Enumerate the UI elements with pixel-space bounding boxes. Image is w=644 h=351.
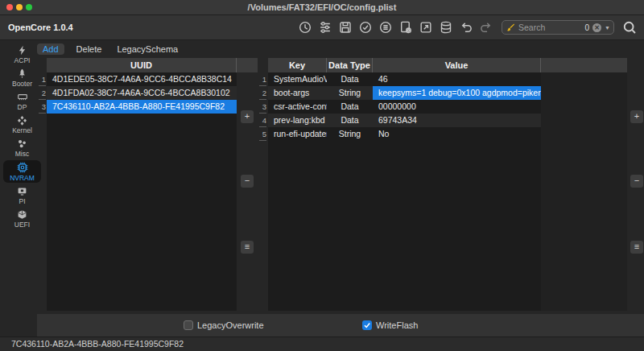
datatype-column-header[interactable]: Data Type (327, 58, 373, 72)
sidebar-item-label: NVRAM (10, 174, 35, 182)
uuid-add-row-button[interactable]: + (241, 110, 254, 123)
sidebar-item-label: ACPI (14, 56, 31, 64)
diamonds-icon (17, 115, 27, 126)
kv-header-filler (541, 58, 627, 72)
chip-icon (17, 162, 28, 173)
sidebar-item-booter[interactable]: Booter (3, 67, 41, 89)
kv-row-number[interactable]: 1 (257, 72, 266, 86)
datatype-cell[interactable]: String (327, 127, 373, 141)
datatype-cell[interactable]: Data (327, 114, 373, 127)
uuid-row-number[interactable]: 1 (36, 72, 46, 86)
document-gear-icon[interactable] (398, 20, 413, 35)
uuid-row-number[interactable]: 3 (36, 100, 46, 114)
status-selected-uuid: 7C436110-AB2A-4BBB-A880-FE41995C9F82 (11, 337, 184, 351)
kv-table-row[interactable]: run-efi-updater String No (268, 127, 541, 141)
legacy-overwrite-group: LegacyOverwrite (184, 320, 264, 330)
sidebar-item-dp[interactable]: DP (3, 90, 41, 113)
kv-row-number[interactable]: 3 (257, 100, 266, 114)
kv-table-empty-area (541, 72, 627, 311)
value-cell-selected[interactable]: keepsyms=1 debug=0x100 agdpmod=pikera -w… (373, 86, 541, 100)
search-options-caret-icon[interactable]: ▼ (605, 25, 610, 31)
kv-row-number[interactable]: 4 (257, 114, 266, 127)
uuid-value[interactable]: 4D1FDA02-38C7-4A6A-9CC6-4BCCA8B30102 (47, 86, 237, 100)
database-icon[interactable] (438, 20, 453, 35)
kv-row-number[interactable]: 2 (257, 86, 266, 100)
value-column-header[interactable]: Value (373, 58, 541, 72)
kv-table-row[interactable]: boot-args String keepsyms=1 debug=0x100 … (268, 86, 541, 100)
kv-table-body: SystemAudioVolume Data 46 boot-args Stri… (268, 72, 541, 311)
write-flash-checkbox[interactable] (362, 320, 372, 330)
uuid-table-body: 4D1EDE05-38C7-4A6A-9CC6-4BCCA8B38C14 4D1… (47, 72, 237, 311)
tab-delete[interactable]: Delete (73, 43, 105, 55)
sidebar-item-acpi[interactable]: ACPI (3, 43, 41, 66)
kv-reorder-button[interactable]: ≡ (630, 241, 643, 254)
kv-table-row[interactable]: prev-lang:kbd Data 69743A34 (268, 114, 541, 127)
clear-search-icon[interactable]: ✕ (592, 23, 601, 32)
key-cell[interactable]: prev-lang:kbd (268, 114, 327, 127)
uuid-row-number[interactable]: 2 (36, 86, 46, 100)
search-result-count: 0 (585, 23, 590, 32)
uuid-column-header[interactable]: UUID (47, 58, 237, 72)
sidebar-item-label: Booter (12, 80, 32, 88)
check-circle-icon[interactable] (357, 20, 373, 35)
brush-icon (506, 23, 515, 32)
magnifier-icon[interactable] (622, 20, 638, 35)
legacy-overwrite-checkbox[interactable] (184, 320, 193, 330)
sidebar-item-label: UEFI (14, 221, 30, 229)
uuid-value[interactable]: 7C436110-AB2A-4BBB-A880-FE41995C9F82 (47, 100, 237, 114)
uuid-reorder-button[interactable]: ≡ (241, 241, 254, 254)
kv-table-row[interactable]: SystemAudioVolume Data 46 (268, 72, 541, 86)
write-flash-group: WriteFlash (362, 320, 418, 330)
key-cell[interactable]: boot-args (268, 86, 327, 100)
sidebar-item-label: Kernel (12, 126, 32, 134)
sidebar-item-uefi[interactable]: UEFI (3, 208, 41, 230)
kv-remove-row-button[interactable]: − (630, 175, 643, 188)
title-bar: /Volumes/FAT32/EFI/OC/config.plist (0, 0, 644, 14)
sidebar-item-misc[interactable]: Misc (3, 137, 41, 159)
tune-icon[interactable] (317, 20, 332, 35)
uuid-remove-row-button[interactable]: − (241, 175, 254, 188)
card-icon (17, 92, 28, 102)
tab-legacyschema[interactable]: LegacySchema (114, 43, 181, 55)
sidebar-item-kernel[interactable]: Kernel (3, 114, 41, 136)
undo-icon[interactable] (458, 20, 473, 35)
app-version-label: OpenCore 1.0.4 (8, 15, 73, 39)
uuid-table-row[interactable]: 4D1EDE05-38C7-4A6A-9CC6-4BCCA8B38C14 (47, 72, 237, 86)
history-icon[interactable] (297, 20, 312, 35)
kv-table-header: Key Data Type Value (268, 58, 627, 72)
save-icon[interactable] (337, 20, 353, 35)
search-input[interactable]: Search 0 ✕ ▼ (502, 20, 614, 35)
sidebar-item-nvram[interactable]: NVRAM (3, 160, 41, 183)
document-arrow-icon[interactable] (418, 20, 433, 35)
uuid-table-row-selected[interactable]: 7C436110-AB2A-4BBB-A880-FE41995C9F82 (47, 100, 237, 114)
datatype-cell[interactable]: Data (327, 100, 373, 114)
tab-add[interactable]: Add (37, 43, 64, 55)
key-cell[interactable]: SystemAudioVolume (268, 72, 327, 86)
value-cell[interactable]: 00000000 (373, 100, 541, 114)
key-column-header[interactable]: Key (268, 58, 327, 72)
rocket-icon (17, 68, 27, 79)
sidebar-item-pi[interactable]: PI (3, 184, 41, 207)
sidebar-item-label: DP (18, 103, 27, 111)
key-cell[interactable]: csr-active-config (268, 100, 327, 114)
status-bar: 7C436110-AB2A-4BBB-A880-FE41995C9F82 (0, 337, 644, 351)
circles-icon (17, 138, 27, 149)
kv-row-number[interactable]: 5 (257, 127, 266, 141)
list-circle-icon[interactable] (378, 20, 393, 35)
tab-bar: Add Delete LegacySchema (37, 42, 181, 56)
check-icon (363, 321, 371, 329)
key-cell[interactable]: run-efi-updater (268, 127, 327, 141)
footer-bar: LegacyOverwrite WriteFlash (37, 314, 644, 337)
uuid-table-header: UUID (47, 58, 258, 72)
kv-add-row-button[interactable]: + (630, 110, 643, 123)
value-cell[interactable]: 69743A34 (373, 114, 541, 127)
sidebar-item-label: PI (19, 197, 25, 205)
value-cell[interactable]: No (373, 127, 541, 141)
datatype-cell[interactable]: Data (327, 72, 373, 86)
uuid-value[interactable]: 4D1EDE05-38C7-4A6A-9CC6-4BCCA8B38C14 (47, 72, 237, 86)
redo-icon[interactable] (478, 20, 493, 35)
uuid-table-row[interactable]: 4D1FDA02-38C7-4A6A-9CC6-4BCCA8B30102 (47, 86, 237, 100)
kv-table-row[interactable]: csr-active-config Data 00000000 (268, 100, 541, 114)
datatype-cell[interactable]: String (327, 86, 373, 100)
value-cell[interactable]: 46 (373, 72, 541, 86)
